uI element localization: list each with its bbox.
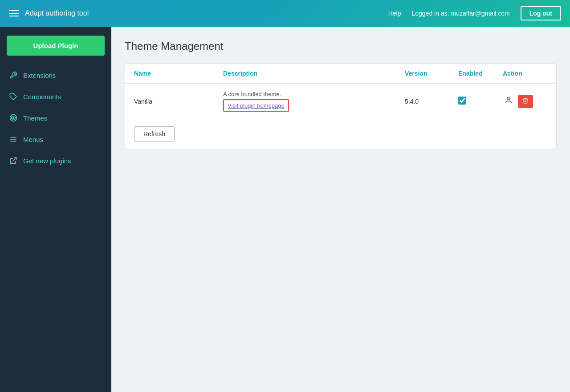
app-title: Adapt authoring tool: [25, 9, 89, 17]
col-header-description: Description: [223, 70, 405, 77]
svg-line-7: [13, 158, 16, 161]
sidebar: Upload Plugin Extensions Components: [0, 27, 111, 392]
wrench-icon: [9, 71, 18, 80]
hamburger-menu[interactable]: [9, 10, 19, 16]
sidebar-item-extensions-label: Extensions: [23, 72, 56, 79]
sidebar-item-menus-label: Menus: [23, 136, 43, 143]
svg-point-2: [12, 116, 16, 120]
header: Adapt authoring tool Help Logged in as: …: [0, 0, 570, 27]
header-left: Adapt authoring tool: [9, 9, 89, 17]
plugin-description-text: A core bundled theme.: [223, 91, 405, 97]
sidebar-item-get-new-plugins[interactable]: Get new plugins: [0, 150, 111, 171]
sidebar-item-get-new-plugins-label: Get new plugins: [23, 157, 71, 165]
plugin-description-cell: A core bundled theme. Visit plugin homep…: [223, 91, 405, 112]
sidebar-item-components-label: Components: [23, 93, 61, 101]
plugin-homepage-link[interactable]: Visit plugin homepage: [228, 102, 285, 109]
refresh-button[interactable]: Refresh: [134, 126, 175, 141]
puzzle-icon: [9, 92, 18, 101]
logout-button[interactable]: Log out: [521, 6, 561, 20]
logged-in-label: Logged in as: muzaffar@gmail.com: [412, 10, 510, 17]
sidebar-item-themes[interactable]: Themes: [0, 107, 111, 129]
table-row: Vanilla A core bundled theme. Visit plug…: [125, 84, 556, 119]
plugin-link-box: Visit plugin homepage: [223, 99, 289, 112]
list-icon: [9, 135, 18, 144]
upload-plugin-button[interactable]: Upload Plugin: [7, 36, 105, 56]
header-right: Help Logged in as: muzaffar@gmail.com Lo…: [388, 6, 561, 20]
svg-point-8: [507, 97, 510, 100]
plugin-action-cell: [503, 94, 547, 108]
svg-point-3: [13, 117, 14, 119]
external-link-icon: [9, 156, 18, 165]
plugin-user-button[interactable]: [503, 94, 514, 108]
refresh-section: Refresh: [125, 119, 556, 149]
page-title: Theme Management: [125, 40, 557, 53]
layout: Upload Plugin Extensions Components: [0, 27, 570, 392]
palette-icon: [9, 113, 18, 122]
sidebar-item-menus[interactable]: Menus: [0, 129, 111, 150]
col-header-version: Version: [405, 70, 458, 77]
plugin-delete-button[interactable]: [518, 95, 533, 108]
col-header-enabled: Enabled: [458, 70, 503, 77]
plugin-version: 5.4.0: [405, 98, 458, 105]
plugin-enabled-cell: [458, 97, 503, 106]
theme-table: Name Description Version Enabled Action …: [125, 63, 557, 149]
main-content: Theme Management Name Description Versio…: [111, 27, 570, 392]
table-header: Name Description Version Enabled Action: [125, 64, 556, 84]
plugin-enabled-checkbox[interactable]: [458, 97, 466, 105]
help-link[interactable]: Help: [388, 10, 401, 17]
sidebar-item-extensions[interactable]: Extensions: [0, 65, 111, 86]
col-header-name: Name: [134, 70, 223, 77]
col-header-action: Action: [503, 70, 547, 77]
plugin-name: Vanilla: [134, 98, 223, 105]
sidebar-item-components[interactable]: Components: [0, 86, 111, 107]
sidebar-item-themes-label: Themes: [23, 114, 47, 122]
